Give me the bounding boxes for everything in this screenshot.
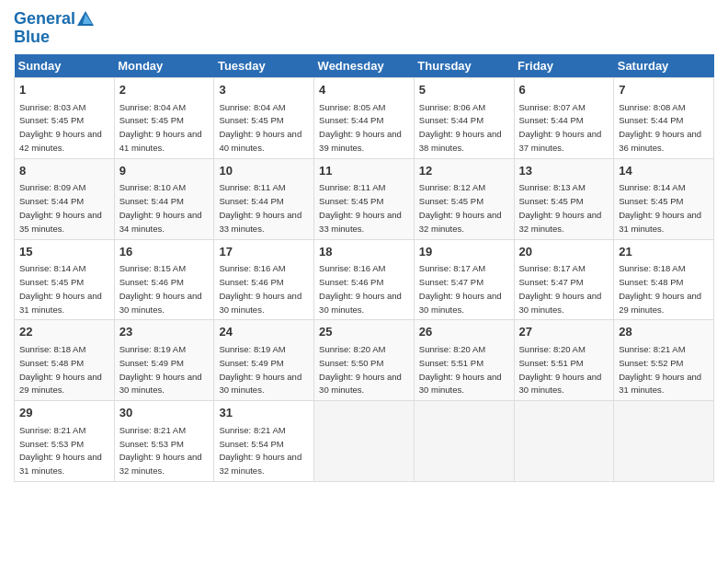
- calendar-cell: 11 Sunrise: 8:11 AMSunset: 5:45 PMDaylig…: [314, 158, 415, 239]
- cell-content: Sunrise: 8:05 AMSunset: 5:44 PMDaylight:…: [319, 102, 402, 153]
- day-number: 14: [619, 163, 709, 179]
- cell-content: Sunrise: 8:09 AMSunset: 5:44 PMDaylight:…: [19, 182, 102, 233]
- calendar-cell: 6 Sunrise: 8:07 AMSunset: 5:44 PMDayligh…: [514, 78, 614, 159]
- day-number: 13: [519, 163, 609, 179]
- calendar-cell: 25 Sunrise: 8:20 AMSunset: 5:50 PMDaylig…: [314, 320, 415, 401]
- week-row-4: 22 Sunrise: 8:18 AMSunset: 5:48 PMDaylig…: [15, 320, 714, 401]
- col-header-wednesday: Wednesday: [314, 54, 415, 78]
- day-number: 10: [219, 163, 309, 179]
- cell-content: Sunrise: 8:12 AMSunset: 5:45 PMDaylight:…: [419, 182, 502, 233]
- day-number: 28: [619, 324, 709, 340]
- cell-content: Sunrise: 8:16 AMSunset: 5:46 PMDaylight:…: [319, 263, 402, 314]
- day-number: 27: [519, 324, 609, 340]
- cell-content: Sunrise: 8:21 AMSunset: 5:53 PMDaylight:…: [119, 425, 202, 476]
- day-number: 5: [419, 82, 509, 98]
- calendar-cell: 17 Sunrise: 8:16 AMSunset: 5:46 PMDaylig…: [214, 239, 314, 320]
- day-number: 17: [219, 244, 309, 260]
- col-header-friday: Friday: [514, 54, 614, 78]
- day-number: 22: [19, 324, 109, 340]
- cell-content: Sunrise: 8:11 AMSunset: 5:45 PMDaylight:…: [319, 182, 402, 233]
- cell-content: Sunrise: 8:10 AMSunset: 5:44 PMDaylight:…: [119, 182, 202, 233]
- day-number: 2: [119, 82, 210, 98]
- calendar-cell: [414, 401, 514, 482]
- week-row-1: 1 Sunrise: 8:03 AMSunset: 5:45 PMDayligh…: [15, 78, 714, 159]
- cell-content: Sunrise: 8:04 AMSunset: 5:45 PMDaylight:…: [119, 102, 202, 153]
- calendar-cell: 5 Sunrise: 8:06 AMSunset: 5:44 PMDayligh…: [414, 78, 514, 159]
- col-header-tuesday: Tuesday: [214, 54, 314, 78]
- day-number: 20: [519, 244, 609, 260]
- calendar-cell: 7 Sunrise: 8:08 AMSunset: 5:44 PMDayligh…: [614, 78, 714, 159]
- cell-content: Sunrise: 8:17 AMSunset: 5:47 PMDaylight:…: [419, 263, 502, 314]
- col-header-monday: Monday: [114, 54, 214, 78]
- day-number: 16: [119, 244, 210, 260]
- day-number: 30: [119, 405, 210, 421]
- logo-icon: [75, 9, 96, 29]
- day-number: 21: [619, 244, 709, 260]
- calendar-cell: 28 Sunrise: 8:21 AMSunset: 5:52 PMDaylig…: [614, 320, 714, 401]
- day-number: 29: [19, 405, 109, 421]
- calendar-cell: 4 Sunrise: 8:05 AMSunset: 5:44 PMDayligh…: [314, 78, 415, 159]
- calendar-cell: 22 Sunrise: 8:18 AMSunset: 5:48 PMDaylig…: [15, 320, 115, 401]
- day-number: 6: [519, 82, 609, 98]
- day-number: 9: [119, 163, 210, 179]
- calendar-cell: 13 Sunrise: 8:13 AMSunset: 5:45 PMDaylig…: [514, 158, 614, 239]
- calendar-cell: [614, 401, 714, 482]
- col-header-sunday: Sunday: [15, 54, 115, 78]
- calendar-cell: 27 Sunrise: 8:20 AMSunset: 5:51 PMDaylig…: [514, 320, 614, 401]
- calendar-cell: 23 Sunrise: 8:19 AMSunset: 5:49 PMDaylig…: [114, 320, 214, 401]
- cell-content: Sunrise: 8:20 AMSunset: 5:50 PMDaylight:…: [319, 344, 402, 395]
- week-row-5: 29 Sunrise: 8:21 AMSunset: 5:53 PMDaylig…: [15, 401, 714, 482]
- cell-content: Sunrise: 8:21 AMSunset: 5:52 PMDaylight:…: [619, 344, 701, 395]
- calendar-table: SundayMondayTuesdayWednesdayThursdayFrid…: [14, 54, 714, 482]
- day-number: 23: [119, 324, 210, 340]
- calendar-cell: 29 Sunrise: 8:21 AMSunset: 5:53 PMDaylig…: [15, 401, 115, 482]
- cell-content: Sunrise: 8:16 AMSunset: 5:46 PMDaylight:…: [219, 263, 301, 314]
- cell-content: Sunrise: 8:17 AMSunset: 5:47 PMDaylight:…: [519, 263, 602, 314]
- cell-content: Sunrise: 8:18 AMSunset: 5:48 PMDaylight:…: [619, 263, 701, 314]
- calendar-cell: [514, 401, 614, 482]
- cell-content: Sunrise: 8:19 AMSunset: 5:49 PMDaylight:…: [219, 344, 301, 395]
- col-header-saturday: Saturday: [614, 54, 714, 78]
- cell-content: Sunrise: 8:07 AMSunset: 5:44 PMDaylight:…: [519, 102, 602, 153]
- day-number: 3: [219, 82, 309, 98]
- calendar-cell: 24 Sunrise: 8:19 AMSunset: 5:49 PMDaylig…: [214, 320, 314, 401]
- cell-content: Sunrise: 8:20 AMSunset: 5:51 PMDaylight:…: [519, 344, 602, 395]
- calendar-cell: 16 Sunrise: 8:15 AMSunset: 5:46 PMDaylig…: [114, 239, 214, 320]
- cell-content: Sunrise: 8:03 AMSunset: 5:45 PMDaylight:…: [19, 102, 102, 153]
- logo-text: General: [14, 10, 75, 29]
- logo-blue: Blue: [14, 28, 96, 47]
- day-number: 31: [219, 405, 309, 421]
- cell-content: Sunrise: 8:06 AMSunset: 5:44 PMDaylight:…: [419, 102, 502, 153]
- cell-content: Sunrise: 8:21 AMSunset: 5:53 PMDaylight:…: [19, 425, 102, 476]
- day-number: 1: [19, 82, 109, 98]
- cell-content: Sunrise: 8:13 AMSunset: 5:45 PMDaylight:…: [519, 182, 602, 233]
- calendar-cell: 21 Sunrise: 8:18 AMSunset: 5:48 PMDaylig…: [614, 239, 714, 320]
- calendar-cell: 19 Sunrise: 8:17 AMSunset: 5:47 PMDaylig…: [414, 239, 514, 320]
- header-row: SundayMondayTuesdayWednesdayThursdayFrid…: [15, 54, 714, 78]
- cell-content: Sunrise: 8:19 AMSunset: 5:49 PMDaylight:…: [119, 344, 202, 395]
- calendar-cell: 18 Sunrise: 8:16 AMSunset: 5:46 PMDaylig…: [314, 239, 415, 320]
- calendar-cell: 8 Sunrise: 8:09 AMSunset: 5:44 PMDayligh…: [15, 158, 115, 239]
- cell-content: Sunrise: 8:18 AMSunset: 5:48 PMDaylight:…: [19, 344, 102, 395]
- day-number: 12: [419, 163, 509, 179]
- day-number: 15: [19, 244, 109, 260]
- calendar-cell: 14 Sunrise: 8:14 AMSunset: 5:45 PMDaylig…: [614, 158, 714, 239]
- day-number: 7: [619, 82, 709, 98]
- day-number: 25: [319, 324, 409, 340]
- week-row-2: 8 Sunrise: 8:09 AMSunset: 5:44 PMDayligh…: [15, 158, 714, 239]
- cell-content: Sunrise: 8:14 AMSunset: 5:45 PMDaylight:…: [19, 263, 102, 314]
- day-number: 4: [319, 82, 409, 98]
- logo: General Blue: [14, 9, 96, 47]
- calendar-page: General Blue SundayMondayTuesdayWednesda…: [0, 0, 728, 563]
- cell-content: Sunrise: 8:20 AMSunset: 5:51 PMDaylight:…: [419, 344, 502, 395]
- cell-content: Sunrise: 8:21 AMSunset: 5:54 PMDaylight:…: [219, 425, 301, 476]
- cell-content: Sunrise: 8:04 AMSunset: 5:45 PMDaylight:…: [219, 102, 301, 153]
- day-number: 8: [19, 163, 109, 179]
- calendar-cell: 20 Sunrise: 8:17 AMSunset: 5:47 PMDaylig…: [514, 239, 614, 320]
- calendar-cell: 10 Sunrise: 8:11 AMSunset: 5:44 PMDaylig…: [214, 158, 314, 239]
- calendar-cell: 3 Sunrise: 8:04 AMSunset: 5:45 PMDayligh…: [214, 78, 314, 159]
- cell-content: Sunrise: 8:08 AMSunset: 5:44 PMDaylight:…: [619, 102, 701, 153]
- calendar-cell: 15 Sunrise: 8:14 AMSunset: 5:45 PMDaylig…: [15, 239, 115, 320]
- day-number: 11: [319, 163, 409, 179]
- calendar-cell: [314, 401, 415, 482]
